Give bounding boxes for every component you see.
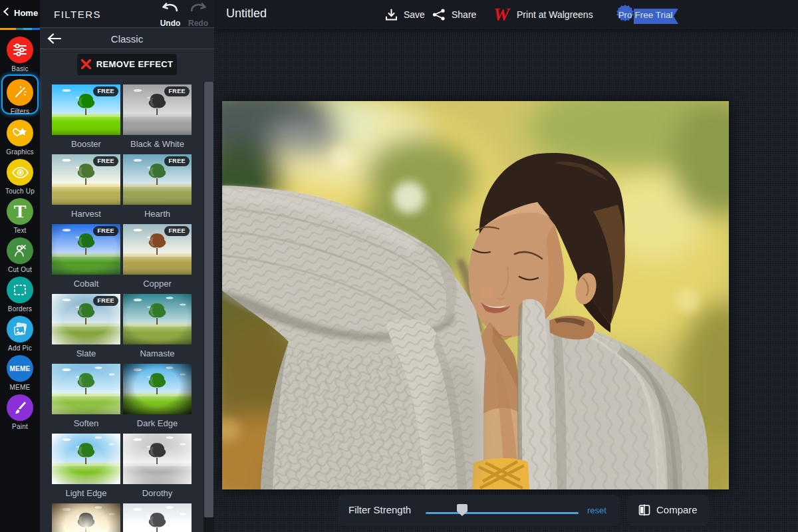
svg-text:Free Trial: Free Trial	[634, 10, 672, 20]
svg-text:Pro: Pro	[618, 10, 632, 20]
